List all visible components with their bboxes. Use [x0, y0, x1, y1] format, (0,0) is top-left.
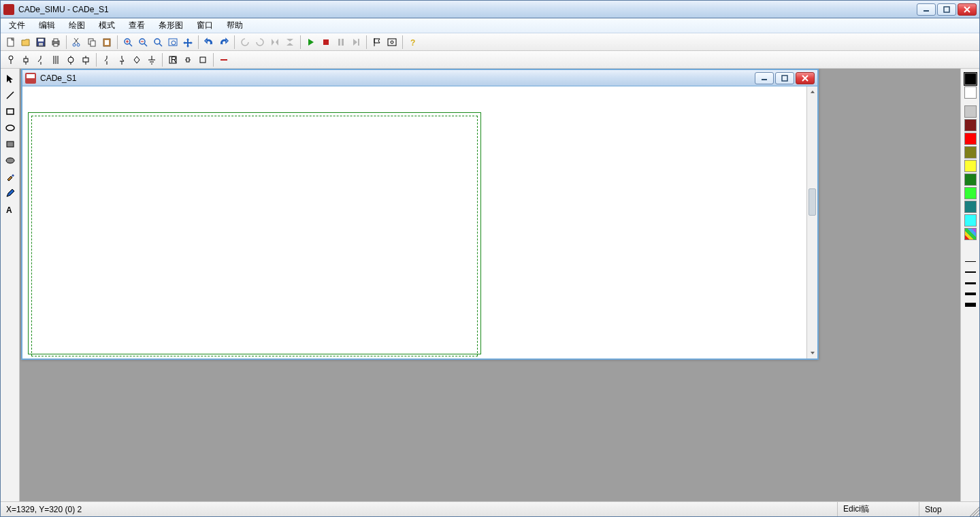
comp-switch-icon[interactable]	[33, 52, 48, 67]
color-swatch-red[interactable]	[964, 133, 977, 145]
comp-capacitor-icon[interactable]	[18, 52, 33, 67]
open-button[interactable]	[18, 35, 33, 50]
tool-rect-icon[interactable]	[3, 104, 18, 119]
comp-no-contact-icon[interactable]	[99, 52, 114, 67]
pan-button[interactable]	[180, 35, 195, 50]
comp-wire-icon[interactable]	[216, 52, 231, 67]
undo-button[interactable]	[201, 35, 216, 50]
zoom-extents-button[interactable]	[165, 35, 180, 50]
scroll-down-icon[interactable]	[807, 348, 817, 358]
copy-button[interactable]	[84, 35, 99, 50]
menu-file[interactable]: 文件	[3, 18, 31, 33]
tool-text-icon[interactable]: A	[3, 202, 18, 217]
svg-text:R: R	[171, 55, 177, 65]
vertical-scrollbar[interactable]	[806, 86, 817, 358]
statusbar: X=1329, Y=320 (0) 2 Edici髇 Stop	[1, 501, 979, 516]
color-swatch-teal[interactable]	[964, 201, 977, 213]
tool-ellipse-icon[interactable]	[3, 120, 18, 135]
svg-line-56	[105, 59, 107, 61]
line-weight-4[interactable]	[964, 290, 977, 297]
paste-button[interactable]	[99, 35, 114, 50]
svg-line-27	[159, 44, 162, 46]
comp-box-icon[interactable]	[195, 52, 210, 67]
svg-rect-33	[358, 39, 359, 46]
svg-rect-52	[83, 58, 88, 62]
menu-draw[interactable]: 绘图	[63, 18, 91, 33]
minimize-button[interactable]	[917, 3, 936, 16]
menu-window[interactable]: 窗口	[191, 18, 218, 33]
svg-line-44	[38, 59, 41, 62]
cut-button[interactable]	[69, 35, 84, 50]
comp-relay-icon[interactable]	[78, 52, 93, 67]
comp-contact-icon[interactable]	[48, 52, 63, 67]
tool-line-icon[interactable]	[3, 88, 18, 103]
color-swatch-black[interactable]	[964, 73, 977, 85]
menu-mode[interactable]: 模式	[93, 18, 120, 33]
color-swatch-gray[interactable]	[964, 105, 977, 118]
color-swatch-cyan[interactable]	[964, 214, 977, 227]
flag-button[interactable]	[370, 35, 385, 50]
settings-button[interactable]	[385, 35, 399, 50]
comp-ground-icon[interactable]	[144, 52, 159, 67]
svg-point-77	[6, 158, 14, 163]
svg-rect-6	[38, 39, 44, 41]
color-swatch-green[interactable]	[964, 187, 977, 199]
tool-filled-ellipse-icon[interactable]	[3, 153, 18, 168]
tool-paint-icon[interactable]	[3, 169, 18, 184]
canvas[interactable]	[22, 86, 806, 358]
comp-fuse-icon[interactable]	[3, 52, 18, 67]
comp-motor-icon[interactable]	[180, 52, 195, 67]
tool-filled-rect-icon[interactable]	[3, 137, 18, 152]
color-swatch-darkred[interactable]	[964, 119, 977, 131]
tool-select-icon[interactable]	[3, 71, 18, 86]
color-swatch-darkgreen[interactable]	[964, 173, 977, 186]
svg-text:?: ?	[410, 38, 415, 48]
maximize-button[interactable]	[937, 3, 956, 16]
workspace[interactable]: CADe_S1	[20, 69, 960, 501]
comp-diamond-icon[interactable]	[129, 52, 144, 67]
color-swatch-white[interactable]	[964, 86, 977, 99]
child-window: CADe_S1	[21, 69, 819, 360]
color-swatch-olive[interactable]	[964, 146, 977, 159]
menu-view[interactable]: 查看	[123, 18, 150, 33]
child-close-button[interactable]	[796, 72, 815, 84]
scroll-up-icon[interactable]	[807, 86, 817, 97]
comp-transformer-icon[interactable]: R	[165, 52, 180, 67]
play-button[interactable]	[304, 35, 318, 50]
child-maximize-button[interactable]	[775, 72, 794, 84]
line-weight-1[interactable]	[964, 258, 977, 265]
menu-bargraph[interactable]: 条形图	[153, 18, 189, 33]
line-weight-3[interactable]	[964, 280, 977, 286]
menu-help[interactable]: 帮助	[221, 18, 248, 33]
svg-rect-71	[200, 57, 206, 63]
tool-pen-icon[interactable]	[3, 186, 18, 201]
svg-rect-30	[323, 39, 329, 45]
child-titlebar[interactable]: CADe_S1	[22, 70, 817, 86]
svg-rect-80	[782, 76, 787, 81]
svg-point-29	[172, 41, 176, 45]
resize-grip[interactable]	[967, 504, 979, 516]
menu-edit[interactable]: 编辑	[33, 18, 61, 33]
line-weight-2[interactable]	[964, 269, 977, 276]
svg-rect-35	[388, 39, 396, 46]
comp-coil-icon[interactable]	[63, 52, 78, 67]
comp-nc-contact-icon[interactable]	[114, 52, 129, 67]
mdi-area: A CADe_S1	[1, 69, 979, 501]
titlebar[interactable]: CADe_SIMU - CADe_S1	[1, 1, 979, 18]
stop-button[interactable]	[318, 35, 333, 50]
redo-button[interactable]	[216, 35, 231, 50]
color-swatch-yellow[interactable]	[964, 160, 977, 172]
zoom-window-button[interactable]	[150, 35, 165, 50]
close-button[interactable]	[958, 3, 977, 16]
new-button[interactable]	[3, 35, 18, 50]
zoom-in-button[interactable]	[120, 35, 135, 50]
save-button[interactable]	[33, 35, 48, 50]
print-button[interactable]	[48, 35, 63, 50]
zoom-out-button[interactable]	[135, 35, 150, 50]
svg-point-13	[73, 44, 76, 46]
line-weight-5[interactable]	[964, 301, 977, 308]
scroll-thumb[interactable]	[808, 188, 816, 216]
help-button[interactable]: ?	[406, 35, 421, 50]
color-swatch-custom[interactable]	[964, 228, 977, 240]
child-minimize-button[interactable]	[755, 72, 774, 84]
